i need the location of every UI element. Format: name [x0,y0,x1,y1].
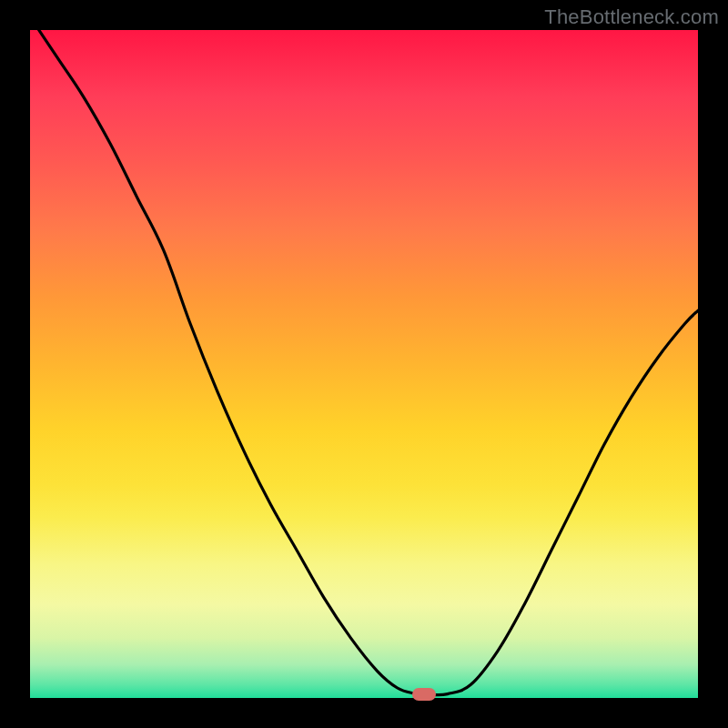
optimal-marker [412,688,436,701]
watermark-text: TheBottleneck.com [544,5,719,29]
plot-area [30,30,698,698]
chart-frame: TheBottleneck.com [0,0,728,728]
bottleneck-curve [30,30,698,698]
